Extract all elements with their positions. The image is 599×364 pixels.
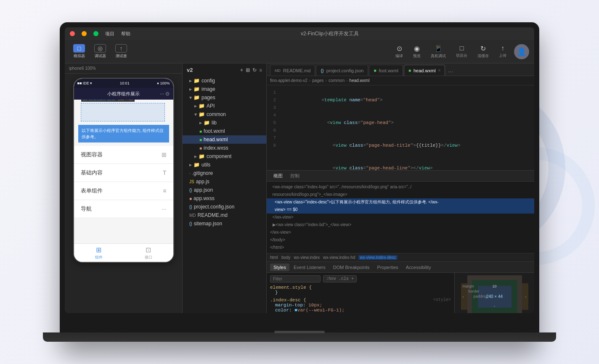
chevron-icon: ▶ <box>189 79 192 83</box>
user-avatar[interactable]: 👤 <box>514 44 529 59</box>
tab-head-wxml-icon: ■ <box>408 68 411 73</box>
tree-new-file-icon[interactable]: + <box>240 67 243 73</box>
phone-content: wx-view.index-desc 240 × 44 以下将展示小程序官方组件… <box>74 100 173 243</box>
debugger-btn[interactable]: ◎ 调试器 <box>91 42 109 61</box>
device-debug-btn[interactable]: 📱 真机调试 <box>427 43 450 61</box>
tree-item-api[interactable]: ▶ 📁 API <box>183 102 266 110</box>
path-item-index-desc[interactable]: wx-view.index-desc <box>358 255 397 260</box>
json-file-icon: {} <box>189 222 192 226</box>
devtools-tab-console[interactable]: 控制 <box>287 171 303 180</box>
chevron-icon: ▶ <box>194 155 197 158</box>
path-item-index[interactable]: wx-view.index <box>294 255 320 260</box>
tab-readme-icon: MD <box>275 69 281 73</box>
device-info: iphone6 100% <box>65 63 182 74</box>
menu-item-help[interactable]: 帮助 <box>121 31 130 37</box>
upload-btn[interactable]: ↑ 上传 <box>495 43 511 60</box>
accessibility-tab[interactable]: Accessibility <box>403 264 435 271</box>
nav-item-view-icon: ⊞ <box>162 151 167 158</box>
compile-btn[interactable]: ⊙ 编译 <box>391 43 407 61</box>
simulator-btn[interactable]: □ 模拟器 <box>70 42 88 61</box>
tree-label-image: image <box>201 86 215 92</box>
code-editor[interactable]: 1 2 3 4 5 6 7 8 <template name="head"> <box>267 85 534 170</box>
folder-icon: 📁 <box>199 103 205 109</box>
simulator-label: 模拟器 <box>74 53 85 59</box>
phone-more-btn[interactable]: ··· ⊙ <box>160 91 170 97</box>
laptop-screen: 项目 帮助 v2-FinClip小程序开发工具 □ 模拟器 ◎ 调试器 ↑ 测试… <box>65 27 534 313</box>
html-line-7: </wx-view> <box>267 229 534 236</box>
tree-item-foot-wxml[interactable]: ■ foot.wxml <box>183 127 266 135</box>
background-btn[interactable]: □ 切后台 <box>452 43 472 60</box>
styles-filter-input[interactable] <box>270 275 321 282</box>
tree-item-app-json[interactable]: {} app.json <box>183 186 266 194</box>
tree-label-foot-wxml: foot.wxml <box>204 128 225 134</box>
menu-item-project[interactable]: 项目 <box>105 31 114 37</box>
tree-item-project-config[interactable]: {} project.config.json <box>183 203 266 211</box>
upload-icon: ↑ <box>501 45 504 52</box>
nav-item-nav[interactable]: 导航 ··· <box>74 200 173 218</box>
title-bar-left: 项目 帮助 <box>70 31 130 37</box>
nav-item-form[interactable]: 表单组件 ≡ <box>74 182 173 200</box>
clear-cache-btn[interactable]: ↻ 清缓存 <box>473 43 493 61</box>
tree-refresh-icon[interactable]: ↻ <box>252 67 257 73</box>
bottom-nav-interface[interactable]: ⊡ 接口 <box>145 246 152 260</box>
tree-item-lib[interactable]: ▶ 📁 lib <box>183 119 266 127</box>
tree-item-index-wxss[interactable]: ■ index.wxss <box>183 144 266 152</box>
tab-readme[interactable]: MD README.md <box>270 65 315 76</box>
html-line-4[interactable]: view> == $0 <box>267 206 534 214</box>
nav-item-basic[interactable]: 基础内容 T <box>74 164 173 182</box>
tree-header-icons: + ⊞ ↻ ≡ <box>240 67 262 73</box>
tree-new-folder-icon[interactable]: ⊞ <box>246 67 250 73</box>
tree-item-app-js[interactable]: JS app.js <box>183 177 266 186</box>
tree-item-image[interactable]: ▶ 📁 image <box>183 85 266 93</box>
tree-item-common[interactable]: ▶ 📁 common <box>183 110 266 119</box>
toolbar: □ 模拟器 ◎ 调试器 ↑ 测试签 ⊙ 编译 ◉ <box>65 40 534 63</box>
box-model-visual: margin border padding 240 × 44 <box>461 283 528 310</box>
bottom-nav-component-icon: ⊞ <box>96 246 101 254</box>
nav-item-nav-icon: ··· <box>162 206 167 212</box>
tree-item-config[interactable]: ▶ 📁 config <box>183 76 266 85</box>
tree-item-app-wxss[interactable]: ■ app.wxss <box>183 194 266 203</box>
devtools-tab-elements[interactable]: 概图 <box>270 171 286 180</box>
tree-label-app-js: app.js <box>196 179 209 185</box>
styles-tab[interactable]: Styles <box>270 264 289 271</box>
tree-collapse-icon[interactable]: ≡ <box>259 67 262 73</box>
bottom-nav-interface-icon: ⊡ <box>146 246 151 254</box>
html-line-5: </wx-view> <box>267 214 534 221</box>
code-content[interactable]: <template name="head"> <view class="page… <box>279 85 534 170</box>
tree-label-config: config <box>201 78 215 84</box>
path-item-index-hd[interactable]: wx-view.index-hd <box>323 255 355 260</box>
tab-project-config-label: project.config.json <box>326 68 364 73</box>
filter-pseudo-btn[interactable]: :hov .cls + <box>323 275 357 282</box>
folder-icon: 📁 <box>193 78 200 84</box>
tab-head-wxml[interactable]: ■ head.wxml × <box>404 65 445 76</box>
tab-head-wxml-close[interactable]: × <box>438 68 441 73</box>
tree-item-utils[interactable]: ▶ 📁 utils <box>183 161 266 169</box>
tree-label-app-wxss: app.wxss <box>193 195 215 201</box>
tab-project-config[interactable]: {} project.config.json <box>316 65 368 76</box>
preview-btn[interactable]: ◉ 预览 <box>409 43 425 61</box>
tree-item-readme[interactable]: MD README.md <box>183 211 266 219</box>
bm-margin-left-value: - <box>463 295 464 299</box>
dom-breakpoints-tab[interactable]: DOM Breakpoints <box>330 264 373 271</box>
tree-root-label: v2 <box>187 67 193 73</box>
breadcrumb: fino-applet-demo-v2 › pages › common › h… <box>267 76 534 85</box>
tree-item-sitemap[interactable]: {} sitemap.json <box>183 219 266 228</box>
bottom-nav-component[interactable]: ⊞ 组件 <box>95 246 103 260</box>
tree-item-gitignore[interactable]: · .gitignore <box>183 169 266 177</box>
tree-item-pages[interactable]: ▶ 📁 pages <box>183 93 266 102</box>
tree-label-index-wxss: index.wxss <box>204 145 228 151</box>
path-item-body[interactable]: body <box>281 255 291 260</box>
tab-more-btn[interactable]: ··· <box>448 68 453 76</box>
nav-item-view[interactable]: 视图容器 ⊞ <box>74 146 173 164</box>
event-listeners-tab[interactable]: Event Listeners <box>290 264 329 271</box>
properties-tab[interactable]: Properties <box>374 264 402 271</box>
window-maximize-btn[interactable] <box>93 31 98 36</box>
tab-foot-wxml[interactable]: ■ foot.wxml <box>369 65 403 76</box>
tree-item-component[interactable]: ▶ 📁 component <box>183 152 266 161</box>
test-btn[interactable]: ↑ 测试签 <box>112 42 130 61</box>
path-item-html[interactable]: html <box>270 255 278 260</box>
html-line-3[interactable]: <wx-view class="index-desc">以下将展示小程序官方组件… <box>267 198 534 206</box>
tree-item-head-wxml[interactable]: ■ head.wxml <box>183 135 266 144</box>
window-close-btn[interactable] <box>70 31 75 36</box>
window-minimize-btn[interactable] <box>82 31 87 36</box>
